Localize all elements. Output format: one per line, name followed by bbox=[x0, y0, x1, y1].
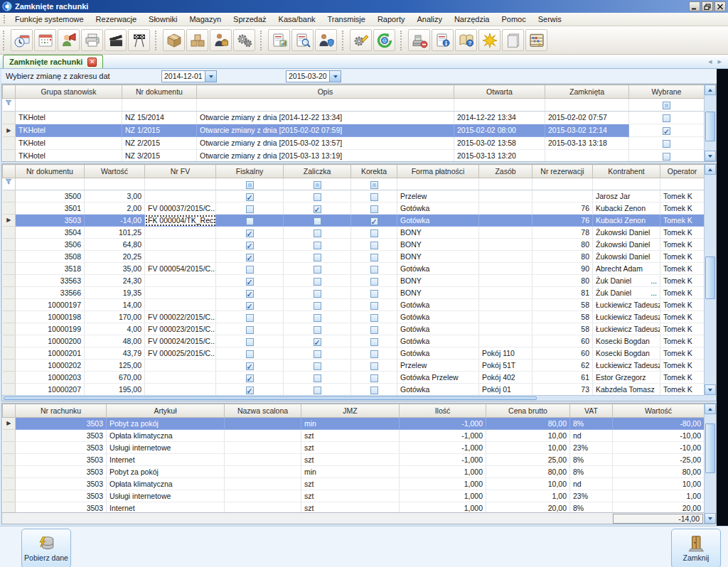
row-checkbox[interactable] bbox=[246, 387, 254, 394]
table-row[interactable]: 100001994,00FV 000023/2015/C...Gotówka58… bbox=[3, 323, 705, 335]
row-checkbox[interactable] bbox=[314, 387, 321, 394]
table-row[interactable]: TKHotelNZ 15/2014Otwarcie zmiany z dnia … bbox=[3, 112, 705, 124]
column-header-nazwa[interactable]: Nazwa scalona bbox=[225, 404, 301, 418]
date-from-combobox[interactable]: 2014-12-01 bbox=[161, 70, 217, 82]
row-checkbox[interactable] bbox=[314, 254, 321, 261]
gears-button[interactable] bbox=[233, 29, 255, 51]
row-checkbox[interactable] bbox=[370, 314, 378, 322]
filter-cell-grupa[interactable] bbox=[16, 99, 122, 112]
table-row[interactable]: 3503Internetszt-1,00025,008%-25,00 bbox=[3, 454, 705, 466]
gears-edit-button[interactable] bbox=[350, 29, 372, 51]
table-row[interactable]: 3503Opłata klimatycznaszt-1,00010,00nd-1… bbox=[3, 430, 705, 442]
column-header-grupa[interactable]: Grupa stanowisk bbox=[16, 85, 122, 99]
row-checkbox[interactable] bbox=[246, 230, 254, 237]
new-burst-button[interactable] bbox=[478, 29, 500, 51]
menu-item-sprzeda-[interactable]: Sprzedaż bbox=[228, 14, 272, 25]
abacus-button[interactable] bbox=[525, 29, 547, 51]
menu-item-raporty[interactable]: Raporty bbox=[372, 14, 411, 25]
row-checkbox[interactable] bbox=[314, 350, 321, 358]
minimize-button[interactable] bbox=[689, 1, 700, 11]
clapperboard-button[interactable] bbox=[105, 29, 127, 51]
toolbar-drag-handle[interactable] bbox=[3, 31, 6, 50]
filter-cell-zamknieta[interactable] bbox=[545, 99, 629, 112]
row-checkbox[interactable] bbox=[314, 193, 321, 201]
refresh-button[interactable] bbox=[373, 29, 395, 51]
column-header-artykul[interactable]: Artykuł bbox=[107, 404, 225, 418]
table-row[interactable]: 1000020048,00FV 000024/2015/C...Gotówka6… bbox=[3, 335, 705, 347]
row-checkbox[interactable] bbox=[246, 290, 254, 298]
date-to-dropdown-icon[interactable] bbox=[329, 71, 341, 82]
column-header-nr[interactable]: Nr rachunku bbox=[16, 404, 107, 418]
row-checkbox[interactable] bbox=[370, 217, 378, 225]
row-checkbox[interactable] bbox=[246, 217, 254, 225]
column-header-nr_fv[interactable]: Nr FV bbox=[145, 165, 216, 178]
row-checkbox[interactable] bbox=[246, 350, 254, 358]
row-checkbox[interactable] bbox=[370, 254, 378, 261]
schedule-button[interactable] bbox=[11, 29, 33, 51]
toolbar-drag-handle[interactable] bbox=[342, 31, 345, 50]
filter-checkbox[interactable] bbox=[246, 181, 254, 189]
row-checkbox[interactable] bbox=[314, 217, 321, 225]
document-info-button[interactable] bbox=[432, 29, 454, 51]
row-checkbox[interactable] bbox=[370, 362, 378, 370]
tab-zamkniete-rachunki[interactable]: Zamknięte rachunki ✕ bbox=[3, 55, 103, 68]
document-search-button[interactable] bbox=[291, 29, 314, 51]
filter-cell-zaliczka[interactable] bbox=[284, 178, 351, 190]
filter-cell-nr_rez[interactable] bbox=[532, 178, 593, 190]
row-checkbox[interactable] bbox=[370, 278, 378, 286]
menu-item-pomoc[interactable]: Pomoc bbox=[496, 14, 531, 25]
filter-cell-korekta[interactable] bbox=[351, 178, 397, 190]
row-checkbox[interactable] bbox=[370, 338, 378, 346]
column-header-wybrane[interactable]: Wybrane bbox=[629, 85, 705, 99]
download-data-button[interactable]: Pobierz dane bbox=[21, 529, 71, 567]
column-header-wartosc[interactable]: Wartość bbox=[85, 165, 145, 178]
column-header-jmz[interactable]: JMZ bbox=[301, 404, 400, 418]
column-header-forma[interactable]: Forma płatności bbox=[397, 165, 479, 178]
column-header-cena[interactable]: Cena brutto bbox=[486, 404, 570, 418]
column-header-operator[interactable]: Operator bbox=[660, 165, 705, 178]
table-row[interactable]: 3503Usługi internetoweszt1,0001,0023%1,0… bbox=[3, 490, 705, 502]
column-header-vat[interactable]: VAT bbox=[570, 404, 613, 418]
column-header-opis[interactable]: Opis bbox=[197, 85, 454, 99]
row-checkbox[interactable] bbox=[314, 338, 321, 346]
row-checkbox[interactable] bbox=[663, 114, 670, 122]
column-header-wartosc[interactable]: Wartość bbox=[613, 404, 705, 418]
toolbar-drag-handle[interactable] bbox=[260, 31, 263, 50]
row-checkbox[interactable] bbox=[246, 302, 254, 310]
column-header-fiskalny[interactable]: Fiskalny bbox=[216, 165, 284, 178]
menu-item-kasa-bank[interactable]: Kasa/bank bbox=[273, 14, 321, 25]
row-checkbox[interactable] bbox=[246, 266, 254, 274]
printer-button[interactable] bbox=[81, 29, 103, 51]
row-checkbox[interactable] bbox=[314, 242, 321, 249]
packages-button[interactable] bbox=[186, 29, 208, 51]
row-checkbox[interactable] bbox=[663, 153, 670, 161]
row-checkbox[interactable] bbox=[370, 290, 378, 298]
row-checkbox[interactable] bbox=[246, 278, 254, 286]
row-checkbox[interactable] bbox=[246, 242, 254, 249]
row-checkbox[interactable] bbox=[314, 302, 321, 310]
table-row[interactable]: 3503Usługi internetoweszt-1,00010,0023%-… bbox=[3, 442, 705, 454]
row-checkbox[interactable] bbox=[314, 230, 321, 237]
filter-cell-wartosc[interactable] bbox=[85, 178, 145, 190]
horizontal-scrollbar[interactable] bbox=[2, 395, 704, 401]
row-checkbox[interactable] bbox=[246, 205, 254, 213]
table-row[interactable]: TKHotelNZ 2/2015Otwarcie zmiany z dnia [… bbox=[3, 137, 705, 150]
table-row[interactable]: 351835,00FV 000054/2015/C...Gotówka90Abr… bbox=[3, 263, 705, 275]
tab-scroll-left-icon[interactable]: ◂ bbox=[705, 57, 715, 65]
scrollbar-thumb[interactable] bbox=[705, 112, 715, 141]
row-checkbox[interactable] bbox=[246, 338, 254, 346]
cash-register-minus-button[interactable] bbox=[408, 29, 430, 51]
table-row[interactable]: 3356324,30BONY80Żuk Daniel...Tomek K bbox=[3, 275, 705, 287]
menu-item-serwis[interactable]: Serwis bbox=[532, 14, 567, 25]
package-button[interactable] bbox=[163, 29, 185, 51]
menu-item-narz-dzia[interactable]: Narzędzia bbox=[449, 14, 496, 25]
column-header-nr_rez[interactable]: Nr rezerwacji bbox=[532, 165, 593, 178]
row-checkbox[interactable] bbox=[370, 193, 378, 201]
filter-cell-nr_fv[interactable] bbox=[145, 178, 216, 190]
document-chart-button[interactable] bbox=[268, 29, 290, 51]
filter-cell-forma[interactable] bbox=[397, 178, 479, 190]
row-checkbox[interactable] bbox=[370, 205, 378, 213]
row-checkbox[interactable] bbox=[246, 362, 254, 370]
table-row[interactable]: 3504101,25BONY78Żukowski DanielTomek K bbox=[3, 227, 705, 239]
column-header-zamknieta[interactable]: Zamknięta bbox=[545, 85, 629, 99]
